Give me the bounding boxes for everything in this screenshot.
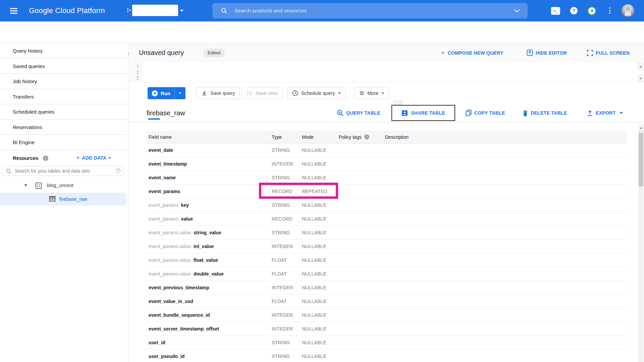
bigquery-appbar: BigQuery FEATURES & INFO SHORTCUT	[0, 21, 644, 43]
sidebar-item-transfers[interactable]: Transfers	[0, 89, 128, 105]
full-screen-label: FULL SCREEN	[596, 50, 630, 56]
schema-table: Field name Type Mode Policy tags i Descr…	[147, 131, 627, 362]
more-button[interactable]: ⚙ More	[354, 87, 389, 99]
table-scrollbar[interactable]: ▲	[638, 125, 644, 362]
notifications-badge[interactable]: 9	[587, 6, 596, 15]
hide-editor-button[interactable]: HIDE EDITOR	[527, 43, 567, 62]
sidebar-item-job-history[interactable]: Job history	[0, 74, 128, 89]
resources-info-icon[interactable]: i	[43, 156, 48, 161]
project-selector[interactable]	[132, 5, 178, 16]
search-icon	[221, 8, 227, 14]
copy-table-label: COPY TABLE	[474, 110, 505, 116]
query-table-icon	[337, 110, 343, 116]
search-help-icon[interactable]: ?	[116, 168, 121, 173]
run-options-caret[interactable]	[175, 87, 185, 99]
schedule-caret-icon	[338, 93, 341, 94]
share-table-button[interactable]: SHARE TABLE	[391, 105, 455, 121]
line-number: 2	[129, 69, 142, 75]
search-icon	[6, 169, 11, 174]
query-table-button[interactable]: QUERY TABLE	[337, 104, 380, 122]
add-data-label: ADD DATA	[82, 155, 106, 161]
table-row[interactable]: event_bundle_sequence_idINTEGERNULLABLE	[147, 308, 627, 322]
project-caret-icon[interactable]	[180, 10, 183, 12]
delete-table-button[interactable]: DELETE TABLE	[523, 104, 567, 122]
gcp-logo[interactable]: Google Cloud Platform	[29, 0, 105, 21]
sql-editor[interactable]: 123	[129, 62, 644, 82]
add-data-caret-icon	[108, 157, 111, 159]
col-description: Description	[385, 134, 627, 140]
table-icon	[49, 196, 56, 202]
table-row[interactable]: event_server_timestamp_offsetINTEGERNULL…	[147, 322, 627, 336]
save-query-button[interactable]: Save query	[196, 87, 240, 99]
col-field-name: Field name	[147, 134, 272, 140]
chevron-down-icon[interactable]	[514, 9, 520, 12]
policy-tags-info-icon[interactable]: i	[364, 134, 369, 139]
sidebar-item-query-history[interactable]: Query history	[0, 43, 128, 59]
tree-dataset-blog-unnest[interactable]: blog_unnest	[0, 180, 128, 191]
table-row[interactable]: user_pseudo_idSTRINGNULLABLE	[147, 350, 627, 362]
delete-table-label: DELETE TABLE	[531, 110, 567, 116]
line-number: 1	[129, 63, 142, 69]
schedule-query-button[interactable]: Schedule query	[287, 87, 346, 99]
full-screen-button[interactable]: FULL SCREEN	[587, 43, 630, 62]
edited-badge: Edited	[203, 49, 225, 57]
avatar[interactable]	[622, 4, 634, 17]
editor-scrollbar[interactable]: ▲ ▼	[638, 63, 643, 82]
export-label: EXPORT	[596, 110, 615, 116]
sidebar-item-scheduled-queries[interactable]: Scheduled queries	[0, 104, 128, 120]
table-row[interactable]: event_previous_timestampINTEGERNULLABLE	[147, 281, 627, 295]
schema-header-row: Field name Type Mode Policy tags i Descr…	[147, 131, 627, 143]
save-view-button[interactable]: Save view	[241, 87, 283, 99]
editor-gutter: 123	[129, 62, 142, 82]
expand-caret-icon[interactable]	[24, 184, 28, 186]
plus-icon: +	[76, 154, 80, 162]
table-row[interactable]: event_dateSTRINGNULLABLE	[147, 143, 627, 157]
run-label: Run	[161, 90, 170, 96]
export-icon	[587, 110, 593, 116]
tree-table-firebase-raw[interactable]: firebase_raw	[0, 193, 126, 205]
scroll-up-icon[interactable]: ▲	[638, 125, 644, 131]
table-row[interactable]: event_params.valueRECORDNULLABLE	[147, 212, 627, 226]
more-menu-icon[interactable]	[609, 7, 610, 15]
table-row[interactable]: event_value_in_usdFLOATNULLABLE	[147, 295, 627, 308]
copy-table-button[interactable]: COPY TABLE	[466, 104, 505, 122]
bigquery-console: Google Cloud Platform Search products an…	[0, 0, 644, 362]
hide-editor-label: HIDE EDITOR	[536, 50, 567, 56]
table-row[interactable]: event_paramsRECORDREPEATED	[147, 185, 627, 198]
table-row[interactable]: event_params.value.string_valueSTRINGNUL…	[147, 226, 627, 240]
search-placeholder: Search products and resources	[234, 3, 307, 18]
compose-new-query-button[interactable]: + COMPOSE NEW QUERY	[441, 43, 503, 62]
table-row[interactable]: event_params.value.float_valueFLOATNULLA…	[147, 253, 627, 267]
scroll-up-icon[interactable]: ▲	[638, 63, 643, 70]
add-data-button[interactable]: + ADD DATA	[76, 150, 111, 166]
dataset-label[interactable]: blog_unnest	[47, 180, 73, 191]
table-row[interactable]: user_idSTRINGNULLABLE	[147, 336, 627, 350]
scrollbar-thumb[interactable]	[639, 133, 643, 186]
active-tab-indicator	[148, 118, 160, 120]
help-icon[interactable]: ?	[570, 7, 578, 14]
col-mode: Mode	[302, 134, 339, 140]
table-row[interactable]: event_params.keySTRINGNULLABLE	[147, 198, 627, 212]
cloud-shell-icon[interactable]: >_	[551, 7, 560, 15]
sidebar-item-reservations[interactable]: Reservations	[0, 120, 128, 135]
scroll-down-icon[interactable]: ▼	[638, 75, 643, 82]
menu-icon[interactable]	[10, 8, 17, 14]
table-row[interactable]: event_nameSTRINGNULLABLE	[147, 171, 627, 185]
dataset-icon	[35, 182, 42, 189]
grid-dots-icon	[247, 90, 253, 96]
sidebar-item-saved-queries[interactable]: Saved queries	[0, 59, 128, 74]
table-row[interactable]: event_params.value.int_valueINTEGERNULLA…	[147, 240, 627, 253]
share-table-icon	[401, 110, 408, 116]
sidebar-item-bi-engine[interactable]: BI Engine	[0, 135, 128, 150]
global-search-input[interactable]: Search products and resources	[212, 3, 528, 18]
project-logo-icon	[127, 8, 131, 13]
schedule-query-label: Schedule query	[301, 90, 335, 96]
table-label[interactable]: firebase_raw	[59, 193, 87, 205]
resources-search-input[interactable]: Search for your tables and data sets ?	[2, 166, 123, 176]
table-row[interactable]: event_params.value.double_valueFLOATNULL…	[147, 267, 627, 281]
export-button[interactable]: EXPORT	[587, 104, 623, 122]
table-row[interactable]: event_timestampINTEGERNULLABLE	[147, 157, 627, 171]
run-button[interactable]: Run	[148, 87, 185, 99]
query-title: Unsaved query	[139, 43, 184, 62]
divider	[129, 122, 644, 122]
